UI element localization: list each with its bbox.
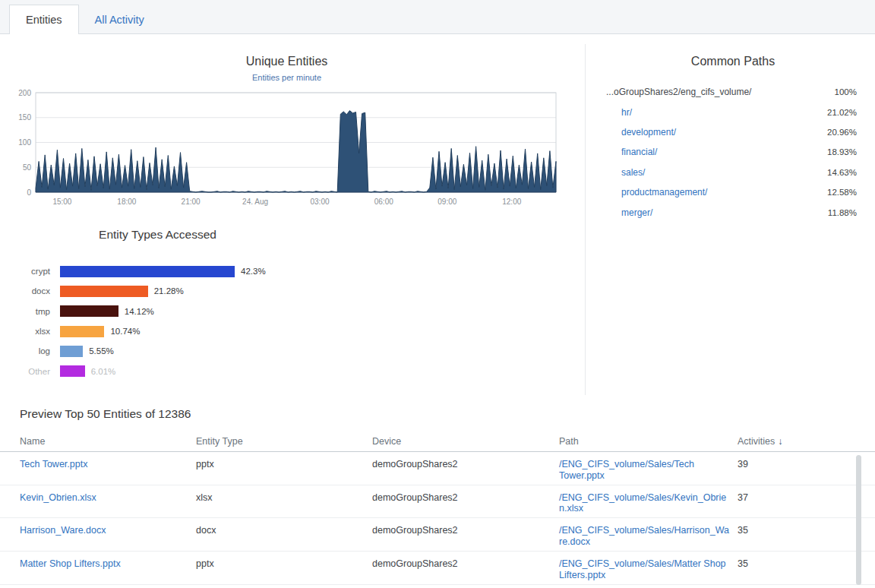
- svg-text:200: 200: [18, 89, 31, 97]
- entity-type-bar-row: docx21.28%: [0, 281, 327, 301]
- table-body: Tech Tower.pptxpptxdemoGroupShares2/ENG_…: [0, 452, 875, 585]
- table-row: Harrison_Ware.docxdocxdemoGroupShares2/E…: [0, 518, 875, 552]
- entity-type-label: docx: [0, 286, 50, 296]
- entity-type-bar-row: Other6.01%: [0, 361, 327, 381]
- device-cell: demoGroupShares2: [372, 525, 559, 536]
- svg-text:100: 100: [18, 138, 31, 147]
- column-header-device[interactable]: Device: [372, 436, 559, 447]
- common-path-percent: 14.63%: [827, 168, 857, 177]
- column-header-entity-type[interactable]: Entity Type: [196, 436, 372, 447]
- common-path-row: ...oGroupShares2/eng_cifs_volume/100%: [606, 82, 857, 102]
- name-cell: Harrison_Ware.docx: [20, 525, 196, 536]
- entity-type-percent: 21.28%: [154, 286, 184, 296]
- entity-name-link[interactable]: Tech Tower.pptx: [20, 459, 87, 469]
- path-cell: /ENG_CIFS_volume/Sales/Matter Shop Lifte…: [559, 558, 738, 580]
- path-cell: /ENG_CIFS_volume/Sales/Kevin_Obrien.xlsx: [559, 492, 738, 514]
- svg-text:50: 50: [23, 163, 32, 172]
- tab-bar: Entities All Activity: [0, 0, 875, 34]
- common-path-row: hr/21.02%: [606, 102, 857, 122]
- common-path-link[interactable]: development/: [606, 127, 676, 138]
- common-path-percent: 11.88%: [828, 208, 857, 217]
- entity-type-cell: xlsx: [196, 492, 372, 503]
- entity-type-label: crypt: [0, 267, 50, 276]
- common-path-link[interactable]: ...oGroupShares2/eng_cifs_volume/: [606, 87, 751, 97]
- activities-cell: 35: [738, 525, 857, 536]
- activities-cell: 37: [738, 492, 857, 503]
- entity-type-bar[interactable]: [60, 266, 235, 277]
- common-path-link[interactable]: hr/: [606, 107, 632, 118]
- svg-text:24. Aug: 24. Aug: [242, 198, 268, 206]
- entity-type-label: Other: [0, 367, 50, 376]
- column-header-path[interactable]: Path: [559, 436, 738, 447]
- unique-entities-series: [36, 111, 556, 192]
- entity-path-link[interactable]: /ENG_CIFS_volume/Sales/Harrison_Ware.doc…: [559, 525, 729, 547]
- entity-type-cell: docx: [196, 525, 372, 536]
- table-row: Kevin_Obrien.xlsxxlsxdemoGroupShares2/EN…: [0, 485, 875, 519]
- common-path-percent: 21.02%: [827, 108, 857, 117]
- entity-type-percent: 5.55%: [89, 346, 114, 356]
- common-path-link[interactable]: productmanagement/: [606, 187, 707, 198]
- table-header: NameEntity TypeDevicePathActivities↓: [0, 436, 875, 452]
- entity-type-bar-row: xlsx10.74%: [0, 321, 327, 341]
- common-path-link[interactable]: financial/: [606, 147, 657, 157]
- entity-type-bar-row: tmp14.12%: [0, 302, 327, 321]
- entity-type-bar-row: crypt42.3%: [0, 261, 327, 281]
- entity-path-link[interactable]: /ENG_CIFS_volume/Sales/Tech Tower.pptx: [559, 459, 694, 481]
- svg-text:03:00: 03:00: [310, 198, 329, 206]
- entity-path-link[interactable]: /ENG_CIFS_volume/Sales/Kevin_Obrien.xlsx: [559, 492, 726, 514]
- path-cell: /ENG_CIFS_volume/Sales/Tech Tower.pptx: [559, 459, 738, 481]
- entity-type-bar[interactable]: [60, 365, 85, 377]
- entity-type-bar[interactable]: [60, 305, 118, 317]
- sort-desc-icon: ↓: [778, 436, 782, 447]
- device-cell: demoGroupShares2: [372, 558, 559, 569]
- entity-type-bar[interactable]: [60, 286, 148, 297]
- svg-text:06:00: 06:00: [374, 198, 393, 206]
- entity-type-percent: 14.12%: [125, 307, 154, 316]
- entity-types-chart: crypt42.3%docx21.28%tmp14.12%xlsx10.74%l…: [0, 261, 327, 381]
- entity-type-bar[interactable]: [60, 326, 104, 337]
- common-path-link[interactable]: merger/: [606, 207, 652, 218]
- common-path-row: financial/18.93%: [606, 142, 857, 162]
- entity-types-title: Entity Types Accessed: [19, 228, 296, 242]
- name-cell: Tech Tower.pptx: [20, 459, 196, 469]
- device-cell: demoGroupShares2: [372, 459, 559, 469]
- entity-type-label: xlsx: [0, 327, 50, 336]
- common-path-row: sales/14.63%: [606, 163, 857, 182]
- common-path-percent: 20.96%: [827, 128, 857, 137]
- entity-name-link[interactable]: Harrison_Ware.docx: [20, 525, 106, 536]
- path-cell: /ENG_CIFS_volume/Sales/Harrison_Ware.doc…: [559, 525, 738, 547]
- common-paths-list: ...oGroupShares2/eng_cifs_volume/100%hr/…: [606, 82, 857, 223]
- column-header-name[interactable]: Name: [20, 436, 196, 447]
- activities-cell: 35: [738, 558, 857, 569]
- name-cell: Matter Shop Lifters.pptx: [20, 558, 196, 569]
- entity-type-cell: pptx: [196, 558, 372, 569]
- svg-text:15:00: 15:00: [52, 198, 71, 206]
- svg-text:0: 0: [27, 188, 31, 197]
- scrollbar-thumb[interactable]: [856, 455, 861, 585]
- activities-cell: 39: [738, 459, 857, 469]
- svg-text:12:00: 12:00: [502, 198, 521, 206]
- name-cell: Kevin_Obrien.xlsx: [20, 492, 196, 503]
- column-header-activities[interactable]: Activities↓: [738, 436, 857, 447]
- entity-type-percent: 42.3%: [241, 267, 266, 276]
- table-row: Tech Tower.pptxpptxdemoGroupShares2/ENG_…: [0, 452, 875, 485]
- entity-type-label: log: [0, 346, 50, 356]
- entity-type-cell: pptx: [196, 459, 372, 469]
- entity-path-link[interactable]: /ENG_CIFS_volume/Sales/Matter Shop Lifte…: [559, 558, 726, 580]
- common-path-row: development/20.96%: [606, 122, 857, 142]
- tab-entities[interactable]: Entities: [9, 5, 79, 34]
- common-path-link[interactable]: sales/: [606, 167, 645, 178]
- entity-type-percent: 6.01%: [91, 367, 116, 376]
- common-path-row: merger/11.88%: [606, 202, 857, 222]
- entity-name-link[interactable]: Matter Shop Lifters.pptx: [20, 558, 121, 569]
- entity-type-percent: 10.74%: [110, 327, 140, 336]
- entity-type-bar[interactable]: [60, 346, 83, 357]
- unique-entities-chart[interactable]: 05010015020015:0018:0021:0024. Aug03:000…: [14, 84, 559, 207]
- preview-title: Preview Top 50 Entities of 12386: [20, 407, 191, 421]
- common-path-row: productmanagement/12.58%: [606, 182, 857, 202]
- device-cell: demoGroupShares2: [372, 492, 559, 503]
- tab-all-activity[interactable]: All Activity: [79, 5, 160, 34]
- entities-dashboard: Entities All Activity Unique Entities En…: [0, 0, 875, 588]
- table-row: Matter Shop Lifters.pptxpptxdemoGroupSha…: [0, 552, 875, 585]
- entity-name-link[interactable]: Kevin_Obrien.xlsx: [20, 492, 96, 503]
